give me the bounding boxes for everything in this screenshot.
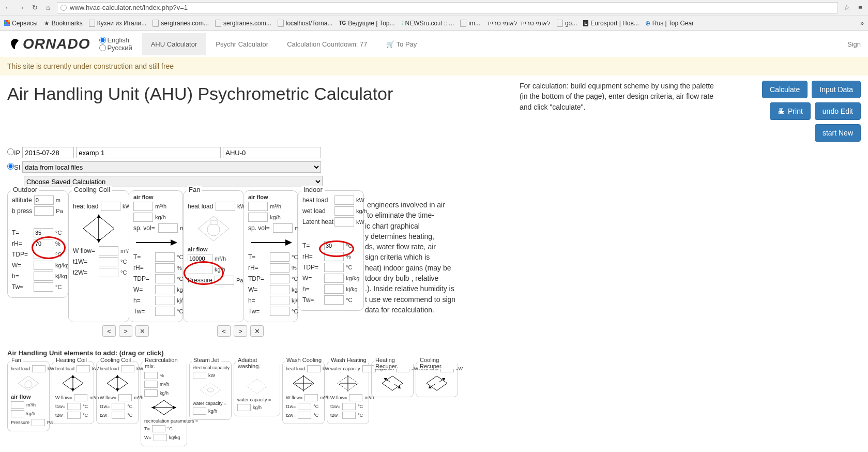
fan-pressure-input[interactable] [215,276,234,285]
indoor-tdp-input[interactable] [324,263,344,272]
sign-link[interactable]: Sign [847,40,861,48]
palette-adiabat[interactable]: Adiabat washing. water capacity = kg/h [234,361,280,416]
bookmark-star-icon[interactable]: ☆ [842,3,851,12]
spvol-input[interactable] [158,223,178,233]
bookmark-item[interactable]: sergtranes.com... [153,20,209,27]
home-icon[interactable]: ⌂ [43,3,53,12]
bookmark-item[interactable]: ⁝NEWSru.co.il :: ... [401,20,454,27]
move-left-button[interactable]: < [217,325,231,337]
fan-heatload-input[interactable] [216,202,235,211]
bookmark-item[interactable]: ★Bookmarks [44,20,83,27]
indoor-t-input[interactable] [324,241,344,250]
bookmark-overflow-icon[interactable]: » [860,20,864,27]
saved-calc-select[interactable]: Choose Saved Calculation [24,176,323,187]
unit-name-input[interactable] [223,147,321,158]
palette-wash-heating[interactable]: Wash Heating water capacitykg/h W flow=m… [327,361,369,424]
undo-edit-button[interactable]: undo Edit [815,102,861,120]
si-radio[interactable]: SI [7,163,20,171]
indoor-w-input[interactable] [324,274,344,283]
data-source-select[interactable]: data from local files [22,161,321,173]
palette-cooling-recuper[interactable]: Cooling Recuper. heat loadkW [416,361,458,397]
lang-en-radio[interactable]: English [99,36,132,44]
airflow2-kgh-input[interactable] [248,213,268,222]
state-rh-input[interactable] [155,263,175,273]
reload-icon[interactable]: ↻ [30,3,39,12]
print-button[interactable]: 🖶Print [770,102,811,120]
bookmark-item[interactable]: sergtranes.com... [215,20,271,27]
to-pay-link[interactable]: 🛒To Pay [386,40,417,48]
indoor-h-input[interactable] [324,284,344,294]
wash-cooling-icon [288,374,319,393]
lang-ru-radio[interactable]: Русский [99,44,132,52]
state-w-input[interactable] [155,285,175,294]
palette-heating-coil[interactable]: Heating Coil heat loadkW W flow=m³/h t1w… [52,361,94,424]
cc-wflow-input[interactable] [99,246,118,255]
state2-w-input[interactable] [270,285,290,294]
bookmark-item[interactable]: לאומי טרייד לאומי טרייד [486,20,551,27]
tab-ahu[interactable]: AHU Calculator [142,33,207,55]
apps-button[interactable]: Сервисы [4,20,38,27]
airflow-m3h-input[interactable] [133,202,153,211]
state2-tw-input[interactable] [270,307,290,316]
palette-recirc-mix[interactable]: Recirculation mix. recirculation flow = … [141,361,187,446]
instructions-text: For calculation: build equipment scheme … [520,81,721,112]
fan-airflow-kgh-input[interactable] [188,265,212,274]
delete-button[interactable]: ✕ [135,325,149,337]
calc-name-input[interactable] [76,147,221,158]
forward-icon[interactable]: → [17,3,26,12]
outdoor-temp-input[interactable] [34,228,53,237]
move-right-button[interactable]: > [119,325,132,337]
cc-t2w-input[interactable] [99,268,118,277]
state2-t-input[interactable] [270,252,290,262]
state2-h-input[interactable] [270,296,290,305]
bookmark-item[interactable]: TGВедущие | Тор... [339,20,394,27]
menu-icon[interactable]: ≡ [856,3,865,12]
fan-airflow-input[interactable] [188,254,212,263]
outdoor-tdp-input[interactable] [34,250,53,259]
palette-heating-recuper[interactable]: Heating Recuper. heat loadkW [371,361,414,397]
tab-psychr[interactable]: Psychr Calculator [206,33,278,55]
bookmark-item[interactable]: ⊕Rus | Top Gear [645,20,694,27]
indoor-latent-input[interactable] [334,217,354,227]
indoor-rh-input[interactable] [324,252,344,261]
state-h-input[interactable] [155,296,175,305]
state-tdp-input[interactable] [155,274,175,283]
altitude-input[interactable] [34,195,54,205]
bookmark-item[interactable]: Кухни из Итали... [89,20,147,27]
palette-cooling-coil[interactable]: Cooling Coil heat loadkW W flow=m³/h t1w… [96,361,139,424]
ip-radio[interactable]: IP [7,148,20,157]
outdoor-tw-input[interactable] [34,282,53,292]
cc-t1w-input[interactable] [99,257,118,266]
delete-button[interactable]: ✕ [250,325,264,337]
back-icon[interactable]: ← [3,3,12,12]
palette-steam-jet[interactable]: Steam Jet electrical capacity kW water c… [189,361,232,420]
bookmark-item[interactable]: EEurosport | Нов... [583,20,639,27]
bpress-input[interactable] [34,206,54,216]
state2-tdp-input[interactable] [270,274,290,283]
indoor-wetload-input[interactable] [334,206,354,216]
bookmark-item[interactable]: go... [557,20,577,27]
start-new-button[interactable]: start New [815,124,861,142]
indoor-heatload-input[interactable] [334,195,354,205]
move-left-button[interactable]: < [102,325,116,337]
bookmark-item[interactable]: localhost/Torna... [278,20,333,27]
state-tw-input[interactable] [155,307,175,316]
state-t-input[interactable] [155,252,175,262]
url-field[interactable]: www.hvac-calculator.net/index.php?v=1 [57,2,838,13]
calculate-button[interactable]: Calculate [762,81,808,98]
cc-heatload-input[interactable] [101,202,120,211]
outdoor-w-input[interactable] [34,261,53,270]
date-input[interactable] [22,147,74,158]
outdoor-rh-input[interactable] [34,239,53,248]
airflow2-m3h-input[interactable] [248,202,268,211]
palette-wash-cooling[interactable]: Wash Cooling heat loadkW W flow=m³/h t1w… [282,361,325,424]
bookmark-item[interactable]: im... [460,20,480,27]
indoor-tw-input[interactable] [324,295,344,305]
input-data-button[interactable]: Input Data [812,81,861,98]
airflow-kgh-input[interactable] [133,213,153,222]
spvol2-input[interactable] [273,223,293,233]
palette-fan[interactable]: Fan heat loadkW air flow m³/h kg/h Press… [7,361,50,431]
state2-rh-input[interactable] [270,263,290,273]
move-right-button[interactable]: > [234,325,247,337]
outdoor-h-input[interactable] [34,272,53,281]
